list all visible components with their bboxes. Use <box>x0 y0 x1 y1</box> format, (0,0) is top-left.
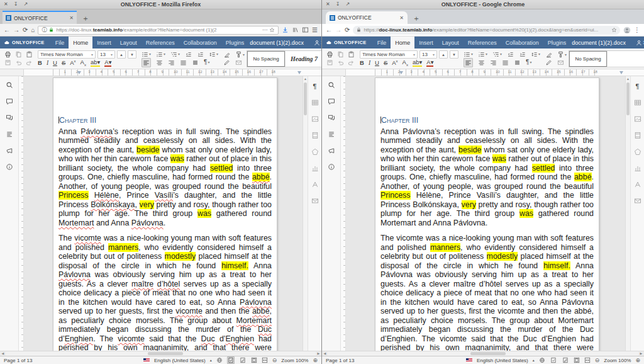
copy-button[interactable] <box>15 51 22 58</box>
subscript-button[interactable]: Ax <box>80 59 86 67</box>
redo-button[interactable] <box>348 59 355 66</box>
chrome-menu-icon[interactable]: ⋮ <box>634 27 640 33</box>
save-button[interactable] <box>4 59 11 66</box>
text-art-settings-icon[interactable] <box>311 181 319 188</box>
vertical-ruler[interactable] <box>19 76 24 351</box>
align-right-button[interactable] <box>168 59 175 66</box>
document-text[interactable]: Chapter IIIAnna Pávlovna’s reception was… <box>380 116 594 351</box>
new-tab-button[interactable]: ＋ <box>413 14 420 24</box>
superscript-button[interactable]: Ax <box>392 59 397 66</box>
page-actions-icon[interactable]: ⋯ <box>262 28 267 33</box>
justify-button[interactable] <box>502 59 509 66</box>
tab-file[interactable]: File <box>51 37 69 48</box>
shading-button[interactable] <box>514 59 521 66</box>
bold-button[interactable]: B <box>360 59 364 66</box>
bookmark-star-icon[interactable] <box>269 27 275 33</box>
indent-marker-right[interactable] <box>297 71 301 74</box>
numbering-button[interactable]: ▾ <box>478 51 487 58</box>
tab-insert[interactable]: Insert <box>92 37 116 48</box>
font-size-select[interactable]: 13▾ <box>419 50 437 59</box>
document-paragraph[interactable]: The vicomte was a nice-looking young man… <box>380 234 594 351</box>
align-center-button[interactable] <box>156 59 163 66</box>
header-footer-settings-icon[interactable] <box>634 132 641 139</box>
multilevel-list-button[interactable]: ▾ <box>170 51 180 58</box>
style-heading7[interactable]: Heading 7 <box>285 51 322 67</box>
paste-button[interactable] <box>348 51 355 58</box>
home-icon[interactable]: ⌂ <box>31 27 35 33</box>
set-language-globe-icon[interactable] <box>539 357 545 363</box>
decrease-font-button[interactable]: ▼ <box>128 50 136 59</box>
document-heading[interactable]: Chapter III <box>380 116 594 125</box>
zoom-out-icon[interactable]: ⊖ <box>595 358 600 363</box>
copy-style-button[interactable]: ▾ <box>557 51 567 58</box>
chart-settings-icon[interactable] <box>311 164 319 172</box>
decrease-indent-button[interactable] <box>507 51 514 58</box>
tab-collaboration[interactable]: Collaboration <box>179 37 221 48</box>
back-icon[interactable]: ← <box>4 27 10 33</box>
font-name-select[interactable]: Times New Roman▾ <box>38 50 96 59</box>
users-count[interactable]: 1 <box>636 40 644 46</box>
copy-button[interactable] <box>337 51 344 58</box>
search-icon[interactable] <box>6 81 13 89</box>
increase-font-button[interactable]: ▲ <box>439 50 448 59</box>
subscript-button[interactable]: Ax <box>402 59 408 67</box>
document-paragraph[interactable]: The vicomte was a nice-looking young man… <box>58 234 272 351</box>
comments-icon[interactable] <box>6 98 13 105</box>
download-icon[interactable] <box>282 26 289 33</box>
nonprinting-characters-button[interactable]: ¶▾ <box>526 59 531 65</box>
image-settings-icon[interactable] <box>311 115 319 123</box>
page-number-label[interactable]: Page 1 of 13 <box>326 358 354 363</box>
document-text[interactable]: Chapter IIIAnna Pávlovna’s reception was… <box>58 116 272 351</box>
document-heading[interactable]: Chapter III <box>58 116 272 125</box>
italic-button[interactable]: I <box>47 60 48 66</box>
shape-settings-icon[interactable] <box>634 148 641 156</box>
horizontal-scrollbar[interactable]: ◀ ▶ <box>0 351 321 356</box>
paragraph-settings-icon[interactable]: ¶ <box>313 82 317 90</box>
decrease-font-button[interactable]: ▼ <box>450 50 458 59</box>
tab-layout[interactable]: Layout <box>116 37 142 48</box>
tab-collaboration[interactable]: Collaboration <box>501 37 543 48</box>
forward-icon[interactable]: → <box>335 27 341 33</box>
tab-file[interactable]: File <box>373 37 391 48</box>
document-canvas[interactable]: Chapter IIIAnna Pávlovna’s reception was… <box>346 76 625 351</box>
address-bar[interactable]: ⓘ https://doc-linux.teamlab.info/example… <box>38 26 279 35</box>
superscript-button[interactable]: Ax <box>70 59 75 66</box>
table-settings-icon[interactable] <box>634 99 641 106</box>
scroll-right-icon[interactable]: ▶ <box>316 351 321 356</box>
format-painter-button[interactable] <box>545 59 552 66</box>
style-empty-cell[interactable] <box>607 51 644 67</box>
chat-icon[interactable] <box>328 114 335 122</box>
tab-layout[interactable]: Layout <box>438 37 464 48</box>
feedback-icon[interactable] <box>328 147 335 154</box>
tab-references[interactable]: References <box>464 37 501 48</box>
horizontal-ruler[interactable]: 123456789101112131415161718 <box>24 69 321 76</box>
font-color-button[interactable]: A▾ <box>426 59 433 67</box>
strikethrough-button[interactable]: S <box>62 59 65 66</box>
horizontal-scrollbar[interactable]: ◀ ▶ <box>322 351 644 356</box>
shape-settings-icon[interactable] <box>311 148 319 156</box>
document-page[interactable]: Chapter IIIAnna Pávlovna’s reception was… <box>53 77 277 351</box>
clear-style-button[interactable] <box>223 51 230 58</box>
sidebar-icon[interactable] <box>302 26 309 33</box>
fit-page-icon[interactable] <box>251 357 257 363</box>
increase-font-button[interactable]: ▲ <box>117 50 126 59</box>
fit-width-icon[interactable] <box>262 357 268 363</box>
tab-close-icon[interactable]: ✕ <box>399 15 404 21</box>
font-name-select[interactable]: Times New Roman▾ <box>360 50 418 59</box>
indent-marker-right[interactable] <box>619 71 623 74</box>
browser-tab[interactable]: ONLYOFFICE ✕ <box>326 11 408 24</box>
bullets-button[interactable]: ▾ <box>142 51 151 58</box>
style-no-spacing[interactable]: No Spacing <box>247 51 285 67</box>
zoom-level-label[interactable]: Zoom 100% <box>281 358 308 363</box>
text-art-settings-icon[interactable] <box>634 181 641 188</box>
font-color-button[interactable]: A▾ <box>104 59 111 67</box>
set-language-globe-icon[interactable] <box>216 357 223 363</box>
underline-button[interactable]: U <box>375 59 379 66</box>
language-caret-icon[interactable]: ▴ <box>533 358 535 362</box>
highlight-color-button[interactable]: ab▾ <box>91 59 100 67</box>
document-paragraph[interactable]: Anna Pávlovna’s reception was in full sw… <box>58 127 272 228</box>
decrease-indent-button[interactable] <box>185 51 192 58</box>
align-center-button[interactable] <box>478 59 485 66</box>
spell-checking-toggle[interactable] <box>550 356 557 364</box>
about-icon[interactable] <box>6 163 13 171</box>
